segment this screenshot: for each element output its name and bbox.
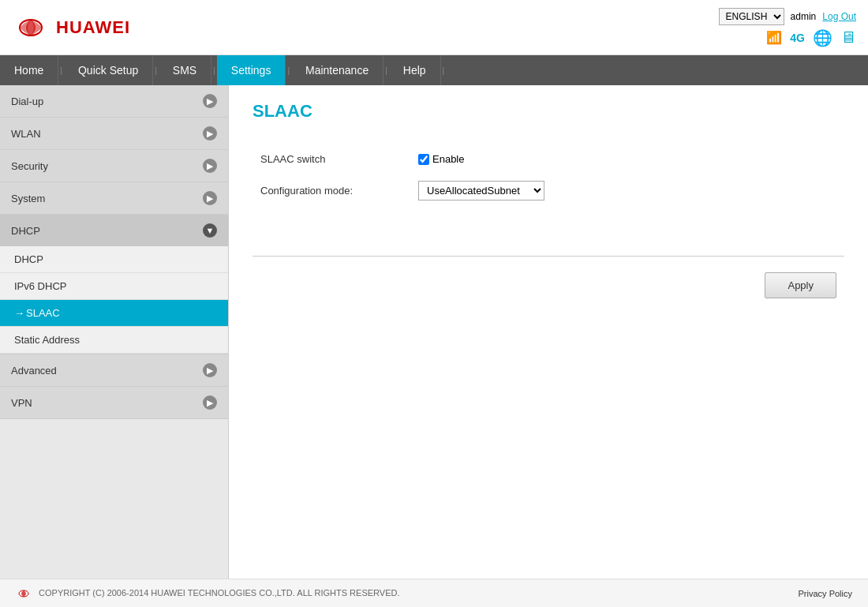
sidebar-vpn-label: VPN [11,397,32,409]
footer-copyright: COPYRIGHT (C) 2006-2014 HUAWEI TECHNOLOG… [39,587,399,597]
sidebar-header-security[interactable]: Security ▶ [0,150,228,182]
config-mode-control: UseAllocatedSubnet ManualConfig [418,181,544,200]
sidebar-header-advanced[interactable]: Advanced ▶ [0,354,228,386]
globe-icon: 🌐 [813,28,832,47]
sidebar-child-dhcp[interactable]: DHCP [0,246,228,273]
sidebar-system-label: System [11,193,45,204]
monitor-icon: 🖥 [840,28,856,47]
gen-badge: 4G [790,32,805,44]
slaac-enable-label: Enable [432,153,464,165]
vpn-arrow-icon: ▶ [203,395,217,410]
sidebar-child-slaac[interactable]: SLAAC [0,300,228,327]
lang-user-area: ENGLISH admin Log Out [719,8,856,25]
dhcp-arrow-icon: ▼ [203,223,217,238]
security-arrow-icon: ▶ [203,159,217,173]
logo-area: HUAWEI [12,12,130,43]
language-select[interactable]: ENGLISH [719,8,784,25]
sidebar-dhcp-label: DHCP [11,225,40,237]
footer-copyright-area: COPYRIGHT (C) 2006-2014 HUAWEI TECHNOLOG… [16,587,400,600]
nav-home[interactable]: Home [0,55,58,85]
apply-button[interactable]: Apply [765,272,836,298]
nav-quick-setup[interactable]: Quick Setup [64,55,153,85]
slaac-switch-control: Enable [418,153,464,165]
top-right-area: ENGLISH admin Log Out 📶 4G 🌐 🖥 [719,8,856,47]
sidebar-section-dhcp: DHCP ▼ DHCP IPv6 DHCP SLAAC Static Addre… [0,215,228,354]
sidebar-header-dhcp[interactable]: DHCP ▼ [0,215,228,246]
config-mode-row: Configuration mode: UseAllocatedSubnet M… [253,181,844,200]
sidebar-header-system[interactable]: System ▶ [0,182,228,214]
section-divider [253,256,844,257]
config-mode-label: Configuration mode: [260,185,418,197]
logout-link[interactable]: Log Out [822,11,856,22]
sidebar-section-dialup: Dial-up ▶ [0,85,228,118]
nav-sms[interactable]: SMS [159,55,211,85]
sidebar-section-wlan: WLAN ▶ [0,118,228,150]
sidebar-advanced-label: Advanced [11,365,57,377]
nav-help[interactable]: Help [389,55,441,85]
sidebar-security-label: Security [11,160,48,172]
sidebar-header-dialup[interactable]: Dial-up ▶ [0,85,228,117]
sidebar-dialup-label: Dial-up [11,96,43,107]
privacy-policy-link[interactable]: Privacy Policy [799,589,852,598]
sidebar-header-wlan[interactable]: WLAN ▶ [0,118,228,149]
sidebar-section-security: Security ▶ [0,150,228,182]
nav-settings[interactable]: Settings [217,55,286,85]
sidebar-section-vpn: VPN ▶ [0,387,228,419]
sidebar-section-advanced: Advanced ▶ [0,354,228,387]
dialup-arrow-icon: ▶ [203,94,217,108]
content-area: Dial-up ▶ WLAN ▶ Security ▶ System ▶ [0,85,868,579]
sidebar-child-ipv6dhcp[interactable]: IPv6 DHCP [0,273,228,300]
sidebar-wlan-label: WLAN [11,128,41,140]
signal-bars-icon: 📶 [766,30,782,45]
sidebar: Dial-up ▶ WLAN ▶ Security ▶ System ▶ [0,85,229,579]
sidebar-section-system: System ▶ [0,182,228,215]
advanced-arrow-icon: ▶ [203,363,217,377]
wlan-arrow-icon: ▶ [203,126,217,141]
admin-label: admin [791,11,817,22]
nav-maintenance[interactable]: Maintenance [291,55,383,85]
slaac-switch-label: SLAAC switch [260,153,418,165]
page-title: SLAAC [253,101,844,129]
huawei-logo-icon [12,12,50,43]
button-row: Apply [253,272,844,298]
dhcp-children: DHCP IPv6 DHCP SLAAC Static Address [0,246,228,354]
form-section: SLAAC switch Enable Configuration mode: … [253,145,844,240]
status-icons: 📶 4G 🌐 🖥 [766,28,856,47]
sidebar-header-vpn[interactable]: VPN ▶ [0,387,228,418]
slaac-switch-checkbox[interactable] [418,154,429,165]
main-content: SLAAC SLAAC switch Enable Configuration … [229,85,868,579]
sidebar-child-static-address[interactable]: Static Address [0,327,228,354]
config-mode-select[interactable]: UseAllocatedSubnet ManualConfig [418,181,544,200]
footer-logo-icon [16,587,32,600]
system-arrow-icon: ▶ [203,191,217,205]
logo-text: HUAWEI [56,17,130,38]
main-nav: Home | Quick Setup | SMS | Settings | Ma… [0,55,868,85]
footer: COPYRIGHT (C) 2006-2014 HUAWEI TECHNOLOG… [0,579,868,607]
slaac-switch-row: SLAAC switch Enable [253,153,844,165]
top-bar: HUAWEI ENGLISH admin Log Out 📶 4G 🌐 🖥 [0,0,868,55]
